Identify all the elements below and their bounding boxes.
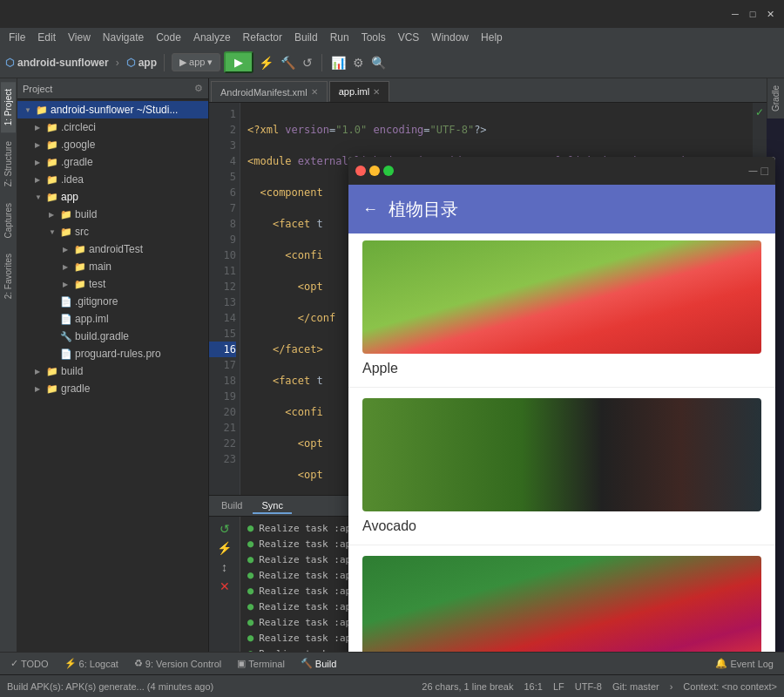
tab-androidmanifest-close[interactable]: ✕ [311,87,318,97]
toolbar-todo[interactable]: ✓ TODO [3,656,56,671]
sidebar-tab-project[interactable]: 1: Project [1,82,16,132]
divider-1 [348,387,775,388]
preview-close-btn[interactable] [355,166,366,176]
menu-analyze[interactable]: Analyze [188,30,236,45]
tree-item-build-gradle[interactable]: ▶ 🔧 build.gradle [17,328,208,345]
tree-item-src[interactable]: ▼ 📁 src [17,223,208,240]
toolbar-logcat[interactable]: ⚡ 6: Logcat [57,656,125,671]
build-sync-build-tab[interactable]: Build [213,498,251,514]
toolbar-build[interactable]: 🔨 Build [294,656,343,671]
menu-build[interactable]: Build [289,30,323,45]
close-button[interactable]: ✕ [763,7,777,21]
status-chars: 26 chars, 1 line break [422,681,513,692]
tree-item-gradle-folder[interactable]: ▶ 📁 .gradle [17,153,208,171]
toolbar-vcs[interactable]: ♻ 9: Version Control [127,656,228,671]
sidebar-tab-captures[interactable]: Captures [1,196,16,246]
tree-item-gitignore[interactable]: ▶ 📄 .gitignore [17,293,208,310]
menu-run[interactable]: Run [325,30,355,45]
run-config-dropdown[interactable]: ▶ app ▾ [172,53,220,71]
plant-item-avocado[interactable]: Avocado [348,391,775,541]
plant-list: Apple Avocado Beet [348,233,775,652]
tree-item-app-iml[interactable]: ▶ 📄 app.iml [17,310,208,328]
preview-back-button[interactable]: ← [362,200,378,219]
tree-item-app[interactable]: ▼ 📁 app [17,188,208,206]
tab-app-iml[interactable]: app.iml ✕ [329,81,389,102]
plant-item-beet[interactable]: Beet [348,549,775,652]
status-message: Build APK(s): APK(s) generate... (4 minu… [7,681,213,692]
vcs-label: 9: Version Control [145,659,221,669]
tree-item-build-outer[interactable]: ▶ 📁 build [17,362,208,380]
ok-icon-7: ● [247,616,253,628]
preview-zoom-btn[interactable] [383,166,394,176]
tree-item-androidtest[interactable]: ▶ 📁 androidTest [17,240,208,258]
menu-navigate[interactable]: Navigate [98,30,149,45]
status-git[interactable]: Git: master [612,681,659,692]
menu-refactor[interactable]: Refactor [238,30,287,45]
tree-item-build-inner[interactable]: ▶ 📁 build [17,206,208,223]
toolbar-terminal[interactable]: ▣ Terminal [230,656,292,671]
wrap-icon[interactable]: ↕ [220,558,229,576]
tree-item-main[interactable]: ▶ 📁 main [17,258,208,275]
tree-item-idea[interactable]: ▶ 📁 .idea [17,171,208,188]
menu-file[interactable]: File [3,30,30,45]
build-icon[interactable]: 🔨 [279,54,297,71]
maximize-button[interactable]: □ [746,7,760,21]
menu-tools[interactable]: Tools [356,30,391,45]
tree-item-google[interactable]: ▶ 📁 .google [17,136,208,153]
plant-item-apple[interactable]: Apple [348,233,775,383]
menu-vcs[interactable]: VCS [393,30,425,45]
file-tree: ▼ 📁 android-sunflower ~/Studi... ▶ 📁 .ci… [17,99,208,652]
sync-icon[interactable]: ↺ [301,54,314,71]
left-sidebar-tabs: 1: Project Z: Structure Captures 2: Favo… [0,78,17,652]
ok-icon-8: ● [247,632,253,644]
tree-item-proguard[interactable]: ▶ 📄 proguard-rules.pro [17,345,208,362]
todo-icon: ✓ [10,658,18,669]
tree-item-test[interactable]: ▶ 📁 test [17,275,208,293]
sidebar-tab-favorites[interactable]: 2: Favorites [1,247,16,306]
tab-androidmanifest[interactable]: AndroidManifest.xml ✕ [211,81,328,102]
menu-window[interactable]: Window [426,30,474,45]
tree-item-circleci[interactable]: ▶ 📁 .circleci [17,118,208,136]
profiler-icon[interactable]: 📊 [329,54,348,71]
menu-code[interactable]: Code [151,30,186,45]
project-name: ⬡ android-sunflower [5,57,109,69]
tab-androidmanifest-label: AndroidManifest.xml [220,87,308,98]
status-charset[interactable]: UTF-8 [575,681,602,692]
status-encoding[interactable]: LF [553,681,564,692]
preview-collapse-btn[interactable]: ─ [749,164,758,178]
terminal-icon: ▣ [237,658,246,669]
search-icon[interactable]: 🔍 [369,54,388,71]
menu-help[interactable]: Help [476,30,508,45]
divider-2 [348,545,775,545]
preview-minimize-btn[interactable] [369,166,380,176]
clear-icon[interactable]: ✕ [218,578,232,595]
todo-label: TODO [21,659,49,669]
settings-icon[interactable]: ⚙ [351,54,366,71]
event-log-label: Event Log [730,659,774,669]
tab-app-iml-close[interactable]: ✕ [373,87,380,97]
tree-item-root[interactable]: ▼ 📁 android-sunflower ~/Studi... [17,101,208,118]
status-position[interactable]: 16:1 [524,681,542,692]
run-button[interactable]: ▶ [224,51,253,73]
tree-item-gradle-outer[interactable]: ▶ 📁 gradle [17,380,208,397]
build-sync-sync-tab[interactable]: Sync [253,498,291,514]
minimize-button[interactable]: ─ [728,7,742,21]
vcs-icon: ♻ [134,658,143,669]
menu-edit[interactable]: Edit [32,30,61,45]
debug-icon[interactable]: ⚡ [257,54,275,71]
restart-icon[interactable]: ↺ [218,520,232,538]
toolbar-event-log[interactable]: 🔔 Event Log [708,656,781,671]
build-panel-icons: ↺ ⚡ ↕ ✕ [209,517,240,652]
sidebar-tab-structure[interactable]: Z: Structure [1,134,16,193]
preview-app-bar: ← 植物目录 [348,185,775,233]
device-preview: ─ □ ← 植物目录 Apple [348,157,775,652]
panel-header: Project ⚙ [17,78,208,99]
gradle-side-tab[interactable]: Gradle [768,78,783,118]
plant-image-apple [362,240,761,354]
status-bar: Build APK(s): APK(s) generate... (4 minu… [0,674,784,697]
panel-settings-icon[interactable]: ⚙ [194,83,203,94]
menu-view[interactable]: View [63,30,96,45]
preview-expand-btn[interactable]: □ [761,164,768,178]
ok-icon-6: ● [247,600,253,612]
filter-icon[interactable]: ⚡ [215,539,233,557]
